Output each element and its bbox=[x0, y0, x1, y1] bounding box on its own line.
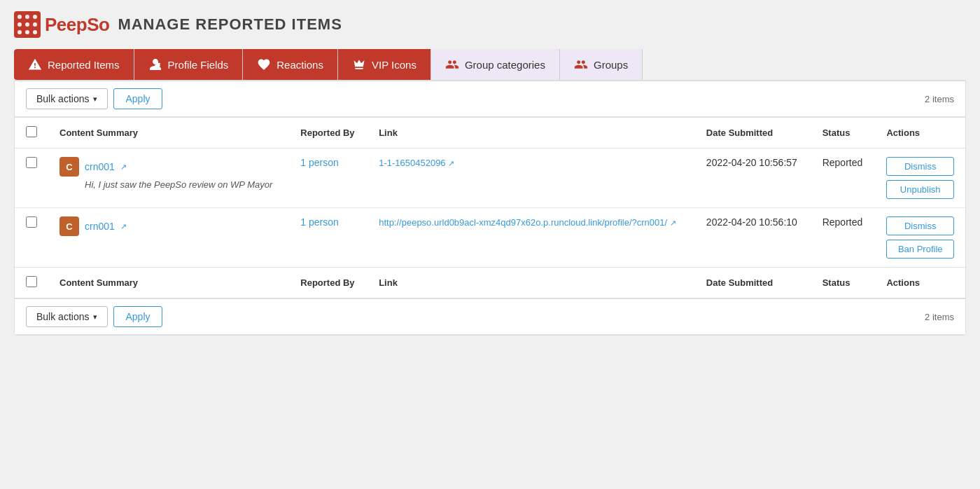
tab-group-categories[interactable]: Group categories bbox=[431, 49, 560, 80]
row2-actions-cell: Dismiss Ban Profile bbox=[875, 208, 965, 268]
bottom-toolbar-left: Bulk actions ▾ Apply bbox=[26, 306, 162, 327]
crown-icon bbox=[352, 57, 366, 71]
top-toolbar: Bulk actions ▾ Apply 2 items bbox=[15, 81, 965, 117]
tfoot-date-submitted: Date Submitted bbox=[695, 268, 811, 298]
select-all-checkbox[interactable] bbox=[26, 126, 37, 137]
tfoot-reported-by: Reported By bbox=[289, 268, 368, 298]
row2-actions: Dismiss Ban Profile bbox=[886, 216, 954, 259]
th-status: Status bbox=[811, 118, 876, 149]
bulk-actions-bottom-label: Bulk actions bbox=[36, 311, 89, 322]
th-actions: Actions bbox=[875, 118, 965, 149]
apply-button-bottom[interactable]: Apply bbox=[113, 306, 162, 327]
row1-link-cell: 1-1-1650452096 ↗ bbox=[368, 149, 695, 208]
row1-reported-by-cell: 1 person bbox=[289, 149, 368, 208]
th-date-submitted: Date Submitted bbox=[695, 118, 811, 149]
tab-reactions[interactable]: Reactions bbox=[243, 49, 338, 80]
page-title: MANAGE REPORTED ITEMS bbox=[118, 15, 342, 34]
tab-groups-label: Groups bbox=[594, 59, 628, 71]
page-header: PeepSo MANAGE REPORTED ITEMS bbox=[14, 11, 966, 38]
row1-unpublish-button[interactable]: Unpublish bbox=[886, 180, 954, 199]
row1-user-cell: C crn001 ↗ Hi, I just saw the PeepSo rev… bbox=[59, 157, 278, 190]
bulk-actions-dropdown-bottom[interactable]: Bulk actions ▾ bbox=[26, 306, 108, 327]
groups-icon bbox=[574, 57, 588, 71]
tfoot-checkbox bbox=[15, 268, 48, 298]
row2-date-cell: 2022-04-20 10:56:10 bbox=[695, 208, 811, 268]
select-all-checkbox-bottom[interactable] bbox=[26, 276, 37, 287]
row1-dismiss-button[interactable]: Dismiss bbox=[886, 157, 954, 176]
tab-group-categories-label: Group categories bbox=[465, 59, 545, 71]
svg-point-9 bbox=[33, 30, 37, 34]
table-header-row: Content Summary Reported By Link Date Su… bbox=[15, 118, 965, 149]
row1-link[interactable]: 1-1-1650452096 bbox=[379, 158, 445, 168]
row2-dismiss-button[interactable]: Dismiss bbox=[886, 216, 954, 235]
nav-tabs: Reported Items Profile Fields Reactions … bbox=[14, 49, 966, 80]
tab-vip-icons-label: VIP Icons bbox=[372, 59, 416, 71]
tab-groups[interactable]: Groups bbox=[560, 49, 643, 80]
row1-reported-by-link[interactable]: 1 person bbox=[300, 157, 338, 168]
row1-actions-cell: Dismiss Unpublish bbox=[875, 149, 965, 208]
row1-username-link[interactable]: crn001 bbox=[85, 161, 115, 172]
row1-user-row: C crn001 ↗ bbox=[59, 157, 278, 177]
tfoot-content-summary: Content Summary bbox=[48, 268, 289, 298]
group-categories-icon bbox=[445, 57, 459, 71]
row2-user-row: C crn001 ↗ bbox=[59, 216, 278, 236]
warning-icon bbox=[28, 57, 42, 71]
top-toolbar-left: Bulk actions ▾ Apply bbox=[26, 88, 162, 109]
item-count-bottom: 2 items bbox=[925, 312, 954, 322]
th-checkbox bbox=[15, 118, 48, 149]
row2-avatar: C bbox=[59, 216, 79, 236]
table-wrapper: Content Summary Reported By Link Date Su… bbox=[15, 117, 965, 298]
tab-reported-items[interactable]: Reported Items bbox=[14, 49, 134, 80]
row1-content-summary-cell: C crn001 ↗ Hi, I just saw the PeepSo rev… bbox=[48, 149, 289, 208]
table-footer-row: Content Summary Reported By Link Date Su… bbox=[15, 268, 965, 298]
chevron-down-icon-bottom: ▾ bbox=[93, 312, 97, 322]
row1-checkbox-cell bbox=[15, 149, 48, 208]
row1-content-text: Hi, I just saw the PeepSo review on WP M… bbox=[59, 179, 278, 190]
row2-link-external-icon[interactable]: ↗ bbox=[670, 219, 676, 227]
row1-actions: Dismiss Unpublish bbox=[886, 157, 954, 199]
heart-icon bbox=[257, 57, 271, 71]
tfoot-status: Status bbox=[811, 268, 876, 298]
row2-checkbox[interactable] bbox=[26, 216, 37, 228]
bulk-actions-top-label: Bulk actions bbox=[36, 93, 89, 104]
svg-point-2 bbox=[25, 15, 29, 19]
bulk-actions-dropdown-top[interactable]: Bulk actions ▾ bbox=[26, 88, 108, 109]
logo: PeepSo bbox=[14, 11, 109, 38]
svg-point-4 bbox=[18, 22, 22, 27]
row2-user-cell: C crn001 ↗ bbox=[59, 216, 278, 236]
row1-status-cell: Reported bbox=[811, 149, 876, 208]
table-row: C crn001 ↗ Hi, I just saw the PeepSo rev… bbox=[15, 149, 965, 208]
tab-profile-fields[interactable]: Profile Fields bbox=[134, 49, 244, 80]
row1-checkbox[interactable] bbox=[26, 157, 37, 168]
tab-vip-icons[interactable]: VIP Icons bbox=[338, 49, 431, 80]
logo-text: PeepSo bbox=[45, 14, 109, 36]
row2-link[interactable]: http://peepso.urld0b9acl-xmz4qd97x62o.p.… bbox=[379, 217, 667, 228]
main-content: Bulk actions ▾ Apply 2 items Content Sum… bbox=[14, 80, 966, 336]
logo-icon bbox=[14, 11, 41, 38]
row1-date-cell: 2022-04-20 10:56:57 bbox=[695, 149, 811, 208]
row2-username-link[interactable]: crn001 bbox=[85, 221, 115, 232]
th-reported-by: Reported By bbox=[289, 118, 368, 149]
svg-point-3 bbox=[33, 15, 37, 19]
tfoot-actions: Actions bbox=[875, 268, 965, 298]
tab-reactions-label: Reactions bbox=[276, 59, 323, 71]
tfoot-link: Link bbox=[368, 268, 695, 298]
chevron-down-icon-top: ▾ bbox=[93, 95, 97, 104]
row2-checkbox-cell bbox=[15, 208, 48, 268]
row2-link-cell: http://peepso.urld0b9acl-xmz4qd97x62o.p.… bbox=[368, 208, 695, 268]
row1-external-link-icon[interactable]: ↗ bbox=[120, 163, 127, 172]
svg-point-8 bbox=[25, 30, 29, 34]
th-link: Link bbox=[368, 118, 695, 149]
th-content-summary: Content Summary bbox=[48, 118, 289, 149]
row2-reported-by-link[interactable]: 1 person bbox=[300, 216, 338, 228]
row2-external-link-icon[interactable]: ↗ bbox=[120, 222, 127, 231]
svg-point-1 bbox=[18, 15, 22, 19]
row1-link-external-icon[interactable]: ↗ bbox=[448, 159, 454, 167]
tab-profile-fields-label: Profile Fields bbox=[168, 59, 229, 71]
apply-button-top[interactable]: Apply bbox=[113, 88, 162, 109]
row2-status-cell: Reported bbox=[811, 208, 876, 268]
svg-point-6 bbox=[33, 22, 37, 27]
row2-ban-profile-button[interactable]: Ban Profile bbox=[886, 240, 954, 259]
row2-content-summary-cell: C crn001 ↗ bbox=[48, 208, 289, 268]
reported-items-table: Content Summary Reported By Link Date Su… bbox=[15, 117, 965, 298]
